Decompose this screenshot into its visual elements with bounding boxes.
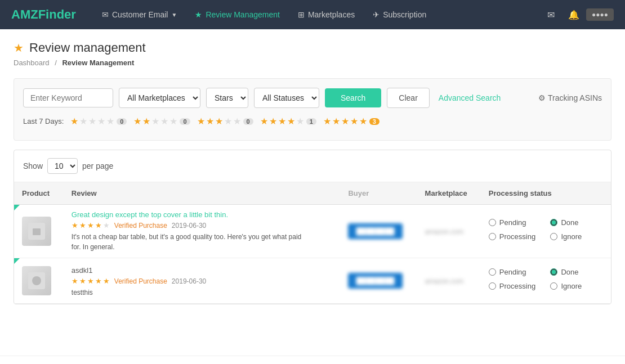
- chevron-down-icon: ▼: [171, 12, 177, 18]
- r2-s4: ★: [95, 277, 102, 285]
- radio-done-1[interactable]: Done: [550, 218, 603, 227]
- breadcrumb-current: Review Management: [62, 59, 134, 67]
- processing-label-2: Processing: [499, 282, 535, 290]
- star-empty-2b: ★: [160, 116, 168, 127]
- done-label-1: Done: [561, 218, 578, 227]
- show-row: Show 10 per page: [14, 150, 611, 182]
- tracking-asins-button[interactable]: ⚙ Tracking ASINs: [538, 93, 602, 102]
- nav-subscription[interactable]: ✈ Subscription: [364, 0, 435, 29]
- star-filled-5e: ★: [359, 116, 367, 127]
- filter-section: All Marketplaces Stars All Statuses Sear…: [14, 78, 611, 141]
- marketplace-text-1: amazon.com: [425, 228, 464, 236]
- radio-done-2[interactable]: Done: [550, 268, 603, 276]
- product-cell-2: [14, 258, 64, 304]
- plane-nav-icon: ✈: [373, 10, 380, 19]
- buyer-button-2[interactable]: ████████: [348, 273, 402, 289]
- nav-bell-icon[interactable]: 🔔: [561, 0, 586, 29]
- clear-button[interactable]: Clear: [387, 88, 429, 108]
- col-processing: Processing status: [481, 182, 611, 205]
- buyer-cell-1[interactable]: ████████: [340, 205, 417, 258]
- radio-processing-2[interactable]: Processing: [489, 282, 542, 290]
- breadcrumb: Dashboard / Review Management: [14, 59, 611, 67]
- review-body-1: It's not a cheap bar table, but it's a g…: [72, 232, 308, 252]
- star-group-3[interactable]: ★ ★ ★ ★ ★ 0: [197, 116, 253, 127]
- star-filled-3b: ★: [206, 116, 214, 127]
- brand-logo[interactable]: AMZFinder: [11, 7, 76, 22]
- radio-pending-input-2[interactable]: [489, 268, 496, 276]
- gear-icon: ⚙: [538, 93, 546, 102]
- breadcrumb-parent[interactable]: Dashboard: [14, 59, 50, 67]
- nav-avatar[interactable]: ●●●●: [586, 8, 614, 21]
- radio-processing-1[interactable]: Processing: [489, 232, 542, 241]
- per-page-select[interactable]: 10: [47, 158, 78, 174]
- buyer-button-1[interactable]: ████████: [348, 223, 402, 239]
- radio-ignore-2[interactable]: Ignore: [550, 282, 603, 290]
- advanced-search-button[interactable]: Advanced Search: [435, 93, 505, 102]
- search-button[interactable]: Search: [325, 88, 381, 107]
- review-stars-2: ★ ★ ★ ★ ★ Verified Purchase 2019-06-30: [72, 277, 333, 285]
- review-cell-1: Great design except the top cover a litt…: [64, 205, 341, 258]
- buyer-cell-2[interactable]: ████████: [340, 258, 417, 304]
- review-stars-1: ★ ★ ★ ★ ★ Verified Purchase 2019-06-30: [72, 221, 333, 230]
- marketplace-cell-1: amazon.com: [417, 205, 481, 258]
- radio-done-input-1[interactable]: [550, 219, 557, 226]
- page-title: Review management: [29, 41, 146, 55]
- review-date-1: 2019-06-30: [172, 222, 206, 230]
- star-group-4[interactable]: ★ ★ ★ ★ ★ 1: [260, 116, 316, 127]
- r2-s1: ★: [72, 277, 78, 285]
- col-product: Product: [14, 182, 64, 205]
- star-group-1[interactable]: ★ ★ ★ ★ ★ 0: [70, 116, 127, 127]
- star-filled-4a: ★: [260, 116, 268, 127]
- radio-ignore-input-1[interactable]: [550, 233, 557, 240]
- radio-ignore-input-2[interactable]: [550, 282, 557, 290]
- status-select[interactable]: All Statuses: [254, 88, 319, 108]
- star-empty-2a: ★: [151, 116, 159, 127]
- pending-label-1: Pending: [499, 218, 526, 227]
- nav-review-management[interactable]: ★ Review Management: [186, 0, 289, 29]
- marketplace-cell-2: amazon.com: [417, 258, 481, 304]
- review-author-2: asdkl1: [72, 266, 333, 275]
- radio-pending-1[interactable]: Pending: [489, 218, 542, 227]
- star-empty-2c: ★: [169, 116, 177, 127]
- title-star-icon: ★: [14, 41, 24, 55]
- per-page-label: per page: [82, 161, 113, 170]
- radio-done-input-2[interactable]: [550, 268, 557, 276]
- stars-select[interactable]: Stars: [206, 88, 248, 108]
- radio-pending-input-1[interactable]: [489, 219, 496, 226]
- radio-ignore-1[interactable]: Ignore: [550, 232, 603, 241]
- r1-s2: ★: [79, 221, 86, 230]
- r2-s2: ★: [79, 277, 86, 285]
- marketplace-select[interactable]: All Marketplaces: [119, 88, 200, 108]
- row-corner-tag-1: [14, 205, 20, 210]
- navbar: AMZFinder ✉ Customer Email ▼ ★ Review Ma…: [0, 0, 625, 29]
- product-thumbnail-1: [22, 217, 51, 246]
- nav-email-icon[interactable]: ✉: [541, 0, 561, 29]
- nav-customer-email[interactable]: ✉ Customer Email ▼: [93, 0, 186, 29]
- svg-rect-1: [33, 228, 41, 235]
- star-badge-4: 1: [306, 118, 316, 125]
- r1-s1: ★: [72, 221, 78, 230]
- star-filled-5a: ★: [323, 116, 331, 127]
- radio-processing-input-1[interactable]: [489, 233, 496, 240]
- radio-processing-input-2[interactable]: [489, 282, 496, 290]
- footer: Copyright AMZFinder Team © 2019: [0, 356, 625, 364]
- star-badge-2: 0: [180, 118, 190, 125]
- star-group-2[interactable]: ★ ★ ★ ★ ★ 0: [133, 116, 190, 127]
- star-filled-5c: ★: [341, 116, 349, 127]
- star-filled-4c: ★: [278, 116, 286, 127]
- processing-cell-1: Pending Done Processing: [481, 205, 611, 258]
- processing-cell-2: Pending Done Processing: [481, 258, 611, 304]
- star-filled-3a: ★: [197, 116, 205, 127]
- col-buyer: Buyer: [340, 182, 417, 205]
- star-badge-5: 3: [369, 118, 380, 125]
- keyword-input[interactable]: [23, 88, 113, 107]
- review-date-2: 2019-06-30: [172, 277, 206, 285]
- stars-summary: Last 7 Days: ★ ★ ★ ★ ★ 0 ★ ★ ★ ★ ★ 0: [23, 108, 602, 131]
- radio-pending-2[interactable]: Pending: [489, 268, 542, 276]
- star-group-5[interactable]: ★ ★ ★ ★ ★ 3: [323, 116, 380, 127]
- star-empty-4a: ★: [296, 116, 304, 127]
- r1-s3: ★: [87, 221, 94, 230]
- table-section: Show 10 per page Product Review Buyer Ma…: [14, 150, 611, 304]
- nav-marketplaces[interactable]: ⊞ Marketplaces: [289, 0, 364, 29]
- page-title-row: ★ Review management: [14, 41, 611, 55]
